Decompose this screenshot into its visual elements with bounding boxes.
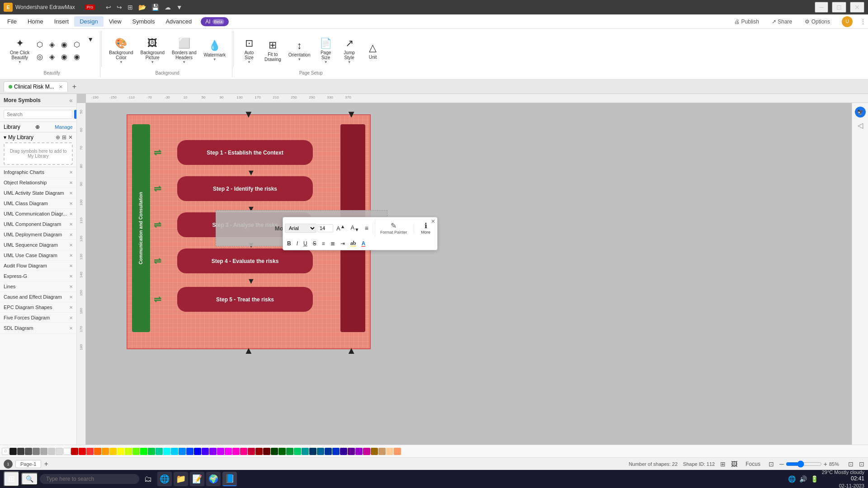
sidebar-item-uml-component[interactable]: UML Component Diagram ✕	[0, 219, 76, 230]
color-swatch-no-fill[interactable]: ∅	[2, 448, 9, 455]
sidebar-item-cause[interactable]: Cause and Effect Diagram ✕	[0, 292, 76, 302]
borders-headers-btn[interactable]: ⬜ Borders and Headers ▼	[169, 36, 199, 66]
redo-btn[interactable]: ↪	[117, 4, 122, 11]
menu-home[interactable]: Home	[22, 16, 49, 27]
color-swatch-teal1[interactable]	[156, 448, 163, 455]
color-swatch-lime[interactable]	[125, 448, 132, 455]
color-swatch-magenta[interactable]	[225, 448, 232, 455]
zoom-in-btn[interactable]: +	[824, 460, 827, 468]
color-swatch-sky[interactable]	[171, 448, 178, 455]
color-swatch-salmon[interactable]	[394, 448, 401, 455]
right-panel-avatar[interactable]: 🦅	[855, 107, 866, 117]
sidebar-item-close[interactable]: ✕	[69, 243, 73, 248]
sidebar-item-close[interactable]: ✕	[69, 201, 73, 206]
step4-box[interactable]: Step 4 - Evaluate the risks	[177, 249, 313, 273]
format-painter-btn[interactable]: ✎ Format Painter	[378, 220, 410, 236]
color-swatch-blue2[interactable]	[186, 448, 193, 455]
collapse-sidebar-btn[interactable]: «	[69, 97, 73, 104]
sidebar-item-close[interactable]: ✕	[69, 222, 73, 227]
underline-btn[interactable]: U	[301, 239, 310, 248]
sidebar-item-lines[interactable]: Lines ✕	[0, 282, 76, 292]
text-color-btn[interactable]: A	[359, 239, 368, 248]
sidebar-item-uml-sequence[interactable]: UML Sequence Diagram ✕	[0, 240, 76, 250]
color-swatch-darkred2[interactable]	[255, 448, 263, 455]
color-swatch-darkpink[interactable]	[363, 448, 370, 455]
color-swatch-tan[interactable]	[378, 448, 386, 455]
sidebar-item-close[interactable]: ✕	[69, 191, 73, 196]
color-swatch-gray1[interactable]	[25, 448, 32, 455]
fit-to-drawing-btn[interactable]: ⊞ Fit to Drawing	[262, 38, 284, 64]
document-tab[interactable]: Clinical Risk M... ✕	[4, 81, 68, 92]
bold-btn[interactable]: B	[285, 239, 293, 248]
auto-size-btn[interactable]: ⊡ Auto Size ▼	[238, 36, 260, 66]
minimize-btn[interactable]: ─	[815, 2, 828, 13]
color-swatch-rose[interactable]	[240, 448, 247, 455]
close-btn[interactable]: ✕	[850, 2, 864, 13]
tab-close[interactable]: ✕	[59, 84, 63, 90]
bullet-list-btn[interactable]: ≡	[320, 239, 327, 248]
step5-box[interactable]: Step 5 - Treat the risks	[177, 287, 313, 312]
color-swatch-violet[interactable]	[209, 448, 217, 455]
orientation-btn[interactable]: ↕ Orientation ▼	[286, 38, 313, 63]
expand-btn[interactable]: ⊡	[859, 460, 864, 468]
menu-view[interactable]: View	[104, 16, 127, 27]
color-swatch-gray4[interactable]	[48, 448, 55, 455]
sidebar-item-uml-comm[interactable]: UML Communication Diagr... ✕	[0, 209, 76, 219]
color-swatch-gray2[interactable]	[33, 448, 40, 455]
sidebar-item-close[interactable]: ✕	[69, 211, 73, 216]
open-btn[interactable]: 📂	[138, 4, 146, 11]
beautify-btn3[interactable]: ◉	[58, 39, 70, 50]
color-swatch-purple[interactable]	[217, 448, 224, 455]
beautify-btn5[interactable]: ◎	[34, 51, 46, 62]
italic-btn[interactable]: I	[294, 239, 300, 248]
color-swatch-red2[interactable]	[79, 448, 86, 455]
background-color-btn[interactable]: 🎨 Background Color ▼	[106, 36, 136, 66]
color-swatch-peach[interactable]	[386, 448, 393, 455]
color-swatch-cyan[interactable]	[163, 448, 170, 455]
beautify-btn8[interactable]: ◉	[71, 51, 83, 62]
my-library-close-btn[interactable]: ✕	[68, 134, 73, 141]
my-library-add-btn[interactable]: ⊕	[56, 134, 60, 141]
sidebar-item-uml-activity[interactable]: UML Activity State Diagram ✕	[0, 188, 76, 198]
sidebar-item-close[interactable]: ✕	[69, 274, 73, 279]
sidebar-item-sdl[interactable]: SDL Diagram ✕	[0, 323, 76, 333]
taskbar-app-word[interactable]: 📝	[190, 472, 204, 486]
color-swatch-yellow2[interactable]	[117, 448, 124, 455]
undo-btn[interactable]: ↩	[106, 4, 111, 11]
canvas-area[interactable]: -190 -150 -110 -70 -30 10 50 90 130 170 …	[77, 94, 868, 445]
sidebar-item-uml-class[interactable]: UML Class Diagram ✕	[0, 198, 76, 209]
tab-add-btn[interactable]: +	[69, 81, 80, 93]
color-swatch-teal2[interactable]	[302, 448, 309, 455]
beautify-btn4[interactable]: ⬡	[71, 39, 83, 50]
page-add-btn[interactable]: +	[44, 460, 48, 468]
sidebar-item-object[interactable]: Object Relationship ✕	[0, 178, 76, 188]
sidebar-item-close[interactable]: ✕	[69, 253, 73, 258]
color-swatch-black[interactable]	[9, 448, 17, 455]
sidebar-item-five-forces[interactable]: Five Forces Diagram ✕	[0, 313, 76, 323]
color-swatch-gray3[interactable]	[40, 448, 47, 455]
menu-file[interactable]: File	[2, 16, 22, 27]
sidebar-item-close[interactable]: ✕	[69, 170, 73, 175]
font-select[interactable]: Arial	[285, 224, 316, 233]
sidebar-item-close[interactable]: ✕	[69, 232, 73, 237]
font-size-up-btn[interactable]: A▲	[334, 222, 347, 233]
sidebar-item-close[interactable]: ✕	[69, 315, 73, 320]
drawing-canvas[interactable]: ▼ ▲ ▲ ▼ Communication and Consultation ▼…	[86, 103, 868, 445]
taskbar-app-explorer[interactable]: 📁	[174, 472, 188, 486]
menu-advanced[interactable]: Advanced	[160, 16, 197, 27]
manage-btn[interactable]: Manage	[55, 124, 73, 130]
taskbar-app-task-view[interactable]: 🗂	[141, 472, 156, 486]
start-btn[interactable]: ⊞	[4, 471, 19, 487]
page-size-btn[interactable]: 📄 Page Size ▼	[315, 36, 337, 66]
color-swatch-darkmagenta[interactable]	[355, 448, 363, 455]
beautify-expand-btn[interactable]: ▼	[85, 34, 96, 44]
sidebar-item-close[interactable]: ✕	[69, 326, 73, 331]
indent-btn[interactable]: ⇥	[338, 239, 347, 248]
menu-symbols[interactable]: Symbols	[127, 16, 160, 27]
color-swatch-green3[interactable]	[148, 448, 155, 455]
zoom-slider[interactable]	[786, 460, 822, 468]
page-tab[interactable]: Page-1	[15, 460, 41, 468]
jump-style-btn[interactable]: ↗ Jump Style ▼	[339, 36, 360, 66]
one-click-beautify-btn[interactable]: ✦ One Click Beautify ▼	[7, 36, 32, 66]
color-swatch-steelblue[interactable]	[317, 448, 324, 455]
